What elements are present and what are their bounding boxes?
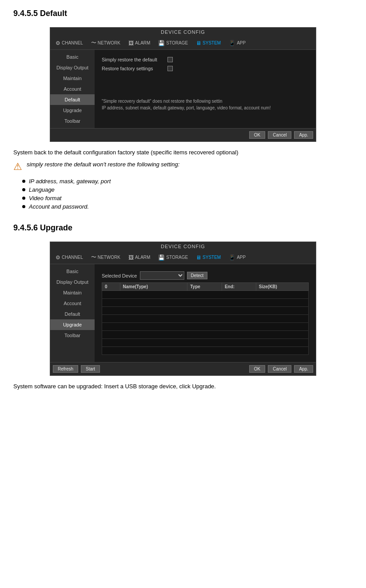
section2-heading: 9.4.5.6 Upgrade bbox=[13, 223, 353, 233]
app-button-1[interactable]: App. bbox=[294, 131, 313, 139]
tab-alarm-2[interactable]: 🖼 ALARM bbox=[126, 254, 153, 262]
sidebar-account-2[interactable]: Account bbox=[50, 298, 95, 309]
tab-storage-1[interactable]: 💾 STORAGE bbox=[155, 39, 191, 47]
sidebar-display-1[interactable]: Display Output bbox=[50, 62, 95, 73]
sidebar-basic-2[interactable]: Basic bbox=[50, 266, 95, 277]
network-icon-1: 〜 bbox=[91, 39, 96, 47]
content-area-1: Basic Display Output Maintain Account De… bbox=[50, 50, 316, 128]
system-text: System software can be upgraded: Insert … bbox=[13, 383, 353, 390]
tab-network-2[interactable]: 〜 NETWORK bbox=[88, 253, 123, 262]
app-button-2[interactable]: App. bbox=[294, 365, 313, 373]
form-row-restore-default: Simply restore the default bbox=[102, 57, 309, 62]
app-icon-1: 📱 bbox=[229, 40, 235, 46]
tab-system-label-1: SYSTEM bbox=[203, 40, 221, 45]
tab-system-2[interactable]: 🖥 SYSTEM bbox=[193, 254, 223, 262]
cancel-button-1[interactable]: Cancel bbox=[268, 131, 291, 139]
tab-storage-label-1: STORAGE bbox=[166, 40, 188, 45]
screenshot2-container: DEVICE CONFIG ⚙ CHANNEL 〜 NETWORK 🖼 ALAR… bbox=[13, 242, 353, 376]
start-button[interactable]: Start bbox=[81, 365, 100, 373]
table-row-empty-4 bbox=[102, 315, 309, 323]
note-line1: "Simple recovery default" does not resto… bbox=[102, 98, 309, 105]
storage-icon-2: 💾 bbox=[158, 254, 165, 261]
sidebar-upgrade-1[interactable]: Upgrade bbox=[50, 105, 95, 116]
table-header-row: 0 Name(Type) Type End: Size(KB) bbox=[102, 283, 309, 291]
bullet-item-2: Language bbox=[22, 186, 353, 193]
restore-default-checkbox[interactable] bbox=[167, 57, 173, 62]
section-default: 9.4.5.5 Default DEVICE CONFIG ⚙ CHANNEL … bbox=[13, 9, 353, 210]
main-content-2: Selected Device Detect 0 Name(Type) Type bbox=[95, 264, 316, 362]
tab-app-label-1: APP bbox=[237, 40, 246, 45]
detect-button[interactable]: Detect bbox=[187, 272, 208, 279]
restore-default-label: Simply restore the default bbox=[102, 57, 164, 62]
tab-storage-2[interactable]: 💾 STORAGE bbox=[155, 254, 191, 262]
upgrade-bottom-left-btns: Refresh Start bbox=[53, 365, 100, 373]
tab-channel-1[interactable]: ⚙ CHANNEL bbox=[53, 39, 86, 47]
tab-app-1[interactable]: 📱 APP bbox=[226, 39, 248, 47]
tab-network-1[interactable]: 〜 NETWORK bbox=[88, 38, 123, 48]
sidebar-default-1[interactable]: Default bbox=[50, 94, 95, 105]
warning-icon: ⚠ bbox=[13, 161, 22, 173]
alarm-icon-2: 🖼 bbox=[128, 254, 134, 261]
upgrade-bottom-bar: Refresh Start OK Cancel App. bbox=[50, 362, 316, 375]
table-row-empty-1 bbox=[102, 291, 309, 299]
note-line2: IP address, subnet mask, default gateway… bbox=[102, 105, 309, 111]
refresh-button[interactable]: Refresh bbox=[53, 365, 78, 373]
restore-factory-label: Restore factory settings bbox=[102, 66, 164, 71]
selected-device-select[interactable] bbox=[140, 271, 184, 280]
sidebar-toolbar-2[interactable]: Toolbar bbox=[50, 330, 95, 341]
ok-button-2[interactable]: OK bbox=[249, 365, 265, 373]
bullet-text-4: Account and password. bbox=[29, 203, 89, 210]
sidebar-2: Basic Display Output Maintain Account De… bbox=[50, 264, 95, 362]
selected-device-label: Selected Device bbox=[102, 273, 137, 278]
tab-network-label-1: NETWORK bbox=[98, 40, 120, 45]
bullet-list: IP address, mask, gateway, port Language… bbox=[22, 178, 353, 210]
tab-app-label-2: APP bbox=[237, 255, 246, 260]
ok-button-1[interactable]: OK bbox=[249, 131, 265, 139]
tab-app-2[interactable]: 📱 APP bbox=[226, 254, 248, 262]
warning-section: ⚠ simply restore the default won't resto… bbox=[13, 161, 353, 173]
tab-alarm-1[interactable]: 🖼 ALARM bbox=[126, 39, 153, 47]
storage-icon-1: 💾 bbox=[158, 40, 165, 46]
system-icon-2: 🖥 bbox=[196, 254, 201, 261]
tab-system-1[interactable]: 🖥 SYSTEM bbox=[193, 39, 223, 47]
system-icon-1: 🖥 bbox=[196, 40, 201, 46]
col-name: Name(Type) bbox=[120, 283, 187, 291]
sidebar-maintain-1[interactable]: Maintain bbox=[50, 73, 95, 84]
cancel-button-2[interactable]: Cancel bbox=[268, 365, 291, 373]
table-row-empty-7 bbox=[102, 339, 309, 347]
tab-alarm-label-1: ALARM bbox=[135, 40, 150, 45]
sidebar-upgrade-2[interactable]: Upgrade bbox=[50, 319, 95, 330]
col-num: 0 bbox=[102, 283, 120, 291]
bullet-item-1: IP address, mask, gateway, port bbox=[22, 178, 353, 185]
device-config-window-2: DEVICE CONFIG ⚙ CHANNEL 〜 NETWORK 🖼 ALAR… bbox=[50, 242, 316, 376]
sidebar-default-2[interactable]: Default bbox=[50, 309, 95, 319]
sidebar-maintain-2[interactable]: Maintain bbox=[50, 287, 95, 298]
title-bar-2: DEVICE CONFIG bbox=[50, 242, 316, 251]
bullet-text-1: IP address, mask, gateway, port bbox=[29, 178, 111, 185]
section1-heading: 9.4.5.5 Default bbox=[13, 9, 353, 18]
bullet-dot-4 bbox=[22, 205, 25, 208]
sidebar-toolbar-1[interactable]: Toolbar bbox=[50, 116, 95, 126]
restore-factory-checkbox[interactable] bbox=[167, 66, 173, 71]
section-upgrade: 9.4.5.6 Upgrade DEVICE CONFIG ⚙ CHANNEL … bbox=[13, 223, 353, 390]
channel-icon-2: ⚙ bbox=[56, 254, 60, 261]
sidebar-account-1[interactable]: Account bbox=[50, 84, 95, 94]
tab-bar-1[interactable]: ⚙ CHANNEL 〜 NETWORK 🖼 ALARM 💾 STORAGE 🖥 bbox=[50, 36, 316, 50]
table-row-empty-8 bbox=[102, 347, 309, 355]
bullet-text-2: Language bbox=[29, 186, 55, 193]
col-type: Type bbox=[187, 283, 222, 291]
tab-bar-2[interactable]: ⚙ CHANNEL 〜 NETWORK 🖼 ALARM 💾 STORAGE 🖥 bbox=[50, 251, 316, 264]
sidebar-basic-1[interactable]: Basic bbox=[50, 52, 95, 62]
col-end: End: bbox=[222, 283, 256, 291]
bullet-dot-1 bbox=[22, 180, 25, 183]
content-area-2: Basic Display Output Maintain Account De… bbox=[50, 264, 316, 362]
tab-channel-label-1: CHANNEL bbox=[62, 40, 83, 45]
alarm-icon-1: 🖼 bbox=[128, 40, 134, 46]
table-row-empty-5 bbox=[102, 323, 309, 331]
tab-system-label-2: SYSTEM bbox=[203, 255, 221, 260]
sidebar-1: Basic Display Output Maintain Account De… bbox=[50, 50, 95, 128]
table-row-empty-3 bbox=[102, 307, 309, 315]
sidebar-display-2[interactable]: Display Output bbox=[50, 277, 95, 287]
tab-channel-2[interactable]: ⚙ CHANNEL bbox=[53, 254, 86, 262]
upgrade-table: 0 Name(Type) Type End: Size(KB) bbox=[102, 282, 309, 355]
